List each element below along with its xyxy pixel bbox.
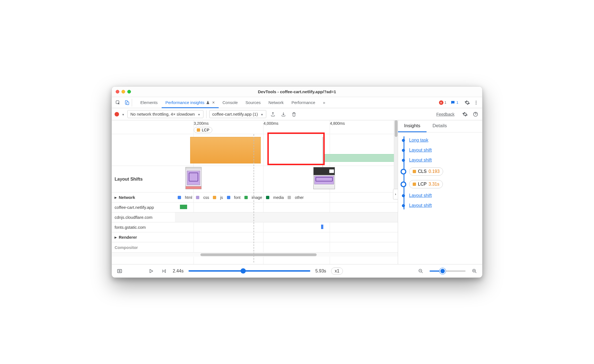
layout-shifts-label: Layout Shifts bbox=[112, 166, 175, 192]
errors-badge[interactable]: × 1 bbox=[439, 100, 446, 105]
minimize-window-icon[interactable] bbox=[122, 90, 125, 93]
renderer-label: Renderer bbox=[112, 232, 175, 242]
svg-point-8 bbox=[119, 270, 120, 272]
tabs-overflow[interactable]: » bbox=[319, 97, 329, 108]
overview-chart[interactable] bbox=[112, 134, 398, 166]
tab-performance-insights[interactable]: Performance insights × bbox=[162, 97, 219, 108]
time-tick: 3,200ms bbox=[194, 121, 209, 126]
activity-block[interactable] bbox=[324, 154, 394, 162]
network-row[interactable]: coffee-cart.netlify.app bbox=[112, 202, 398, 212]
vertical-scrollbar[interactable] bbox=[394, 120, 398, 198]
tab-label: Network bbox=[268, 100, 284, 105]
devtools-tabs-bar: Elements Performance insights × Console … bbox=[112, 97, 482, 108]
tab-network[interactable]: Network bbox=[265, 97, 288, 108]
record-button-icon[interactable] bbox=[115, 112, 119, 116]
delete-icon[interactable] bbox=[290, 110, 298, 118]
legend-css: css bbox=[203, 195, 209, 200]
page-select-dropdown[interactable]: coffee-cart.netlify.app (1) bbox=[209, 110, 266, 118]
chip-value: 0.193 bbox=[428, 169, 440, 174]
media-swatch-icon bbox=[266, 196, 269, 199]
insight-item[interactable]: Layout shift bbox=[409, 191, 478, 201]
svg-rect-7 bbox=[118, 269, 122, 273]
compositor-section-header[interactable]: Compositor bbox=[112, 242, 398, 252]
collapse-sidebar-icon[interactable]: › bbox=[393, 189, 398, 199]
more-icon[interactable] bbox=[472, 99, 480, 106]
layout-shifts-track[interactable] bbox=[175, 166, 398, 192]
timeline-dot-icon bbox=[402, 139, 405, 142]
tab-elements[interactable]: Elements bbox=[136, 97, 162, 108]
layout-shift-thumbnail[interactable] bbox=[313, 167, 335, 189]
lcp-chip[interactable]: LCP 3.31s bbox=[409, 180, 443, 188]
insight-item[interactable]: Long task bbox=[409, 135, 478, 145]
messages-badge[interactable]: 1 bbox=[450, 100, 458, 105]
close-tab-icon[interactable]: × bbox=[212, 100, 215, 105]
chip-value: 3.31s bbox=[428, 182, 439, 187]
lcp-marker-chip[interactable]: LCP bbox=[194, 127, 212, 133]
maximize-window-icon[interactable] bbox=[127, 90, 131, 93]
tab-insights[interactable]: Insights bbox=[398, 120, 427, 132]
tab-label: Performance bbox=[291, 100, 315, 105]
message-icon bbox=[450, 100, 455, 105]
timeline-dot-icon bbox=[401, 181, 406, 187]
zoom-slider[interactable] bbox=[430, 271, 466, 272]
playback-slider[interactable] bbox=[188, 270, 310, 272]
tab-details[interactable]: Details bbox=[427, 120, 453, 132]
horizontal-scrollbar[interactable] bbox=[112, 252, 398, 257]
timeline-dot-icon bbox=[402, 159, 405, 162]
insight-item[interactable]: Layout shift bbox=[409, 145, 478, 155]
panel-settings-icon[interactable] bbox=[461, 110, 469, 118]
playback-end-time: 5.93s bbox=[315, 269, 326, 274]
zoom-in-icon[interactable] bbox=[471, 267, 478, 275]
network-bar[interactable] bbox=[180, 205, 187, 209]
settings-icon[interactable] bbox=[463, 99, 471, 106]
network-host: fonts.gstatic.com bbox=[112, 222, 175, 232]
insight-link[interactable]: Layout shift bbox=[409, 203, 432, 208]
network-row[interactable]: fonts.gstatic.com bbox=[112, 222, 398, 232]
tab-console[interactable]: Console bbox=[219, 97, 242, 108]
throttle-label: No network throttling, 4× slowdown bbox=[130, 112, 195, 116]
network-section-header[interactable]: Network html css js font image media oth… bbox=[112, 193, 398, 202]
close-window-icon[interactable] bbox=[116, 90, 119, 93]
export-icon[interactable] bbox=[269, 110, 277, 118]
record-dropdown-icon[interactable] bbox=[122, 112, 125, 116]
scrollbar-thumb[interactable] bbox=[395, 120, 397, 137]
tab-label: Console bbox=[223, 100, 238, 105]
network-row[interactable]: cdnjs.cloudflare.com bbox=[112, 212, 398, 222]
insight-link[interactable]: Layout shift bbox=[409, 148, 432, 153]
network-host: coffee-cart.netlify.app bbox=[112, 202, 175, 212]
insight-item[interactable]: Layout shift bbox=[409, 155, 478, 165]
insight-item[interactable]: LCP 3.31s bbox=[409, 178, 478, 191]
zoom-out-icon[interactable] bbox=[417, 267, 425, 275]
insight-item[interactable]: CLS 0.193 bbox=[409, 165, 478, 178]
time-ruler[interactable]: 3,200ms 4,000ms 4,800ms LCP bbox=[112, 120, 398, 134]
device-toggle-icon[interactable] bbox=[123, 99, 131, 106]
throttling-dropdown[interactable]: No network throttling, 4× slowdown bbox=[127, 110, 203, 118]
titlebar: DevTools - coffee-cart.netlify.app/?ad=1 bbox=[112, 87, 482, 97]
renderer-section-header[interactable]: Renderer bbox=[112, 232, 398, 242]
speed-pill[interactable]: x1 bbox=[331, 267, 343, 275]
import-icon[interactable] bbox=[280, 110, 287, 118]
slider-knob-icon[interactable] bbox=[241, 268, 246, 274]
legend-js: js bbox=[220, 195, 223, 200]
long-task-block[interactable] bbox=[190, 137, 261, 163]
play-icon[interactable] bbox=[147, 267, 155, 275]
insight-link[interactable]: Layout shift bbox=[409, 158, 432, 163]
insight-link[interactable]: Long task bbox=[409, 138, 428, 143]
cls-chip[interactable]: CLS 0.193 bbox=[409, 167, 443, 176]
zoom-knob-icon[interactable] bbox=[440, 268, 446, 274]
help-icon[interactable] bbox=[472, 110, 479, 118]
scrollbar-thumb[interactable] bbox=[200, 253, 317, 256]
timeline-dot-icon bbox=[402, 204, 405, 207]
chip-label: LCP bbox=[418, 182, 427, 187]
tab-performance[interactable]: Performance bbox=[288, 97, 319, 108]
insights-list[interactable]: Long task Layout shift Layout shift CLS … bbox=[398, 132, 482, 264]
tab-sources[interactable]: Sources bbox=[242, 97, 265, 108]
layout-shift-thumbnail[interactable] bbox=[185, 167, 202, 189]
feedback-link[interactable]: Feedback bbox=[436, 112, 454, 116]
inspect-icon[interactable] bbox=[114, 99, 122, 106]
insight-link[interactable]: Layout shift bbox=[409, 193, 432, 198]
insight-item[interactable]: Layout shift bbox=[409, 201, 478, 210]
network-bar[interactable] bbox=[321, 225, 323, 229]
screenshot-toggle-icon[interactable] bbox=[116, 267, 123, 275]
rewind-icon[interactable] bbox=[160, 267, 168, 275]
